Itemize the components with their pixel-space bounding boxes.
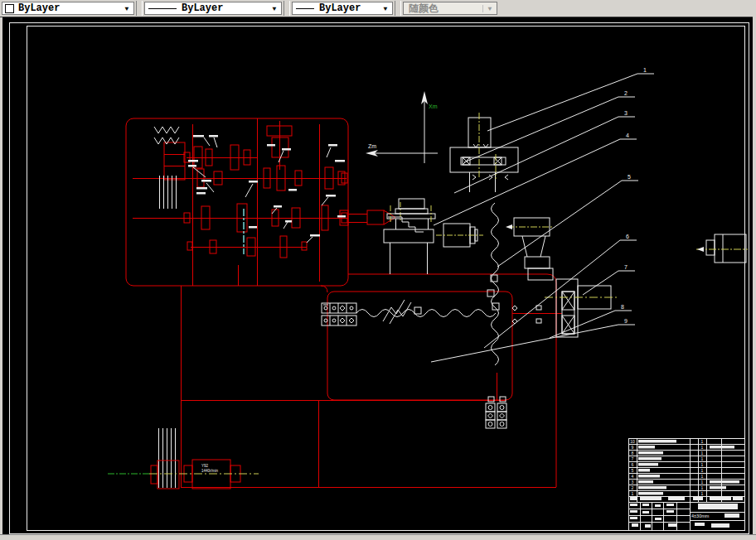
bom-item-number: 1 [632, 491, 634, 496]
tailstock-quill [706, 234, 746, 263]
turret-assembly [450, 118, 518, 192]
plot-style-combobox: 随颜色 ▼ [403, 2, 497, 15]
machine-axis-icon: Xm Zm [366, 91, 438, 163]
leader-numbers: 1 2 3 4 5 6 7 8 9 [621, 67, 647, 324]
plot-style-value: 随颜色 [409, 2, 482, 16]
leader-number: 1 [643, 67, 647, 73]
bom-qty: 1 [701, 491, 704, 496]
bom-item-number: 8 [632, 451, 634, 456]
bom-item-number: 2 [632, 485, 634, 490]
bom-item-number: 10 [630, 439, 635, 444]
bom-item-number: 7 [632, 456, 634, 461]
leader-number: 5 [628, 174, 631, 180]
leader-number: 6 [626, 234, 629, 239]
bom-item-number: 6 [632, 462, 634, 467]
bom-qty: 1 [701, 439, 704, 444]
drive-motor-group: Y92 1440r/min [108, 428, 259, 489]
bom-text-blobs [630, 440, 743, 528]
gearbox-schematic [133, 118, 348, 286]
quill-centerline [696, 247, 748, 252]
motor-model-label: Y92 [201, 464, 209, 468]
bom-qty: 1 [701, 485, 704, 490]
motor-speed-label: 1440r/min [201, 469, 219, 473]
properties-toolbar: ByLayer ▼ ByLayer ▼ ByLayer ▼ 随颜色 ▼ [0, 0, 756, 17]
leader-number: 2 [624, 90, 628, 96]
window-frame-right [753, 0, 756, 540]
leader-number: 3 [624, 110, 628, 116]
linetype-line-icon [148, 8, 177, 9]
toolbar-separator [284, 1, 290, 16]
window-frame-bottom [0, 534, 756, 540]
gearbox-label-leaders [193, 137, 331, 243]
linetype-combobox[interactable]: ByLayer ▼ [144, 2, 282, 15]
bom-qty: 1 [701, 474, 704, 479]
chevron-down-icon[interactable]: ▼ [379, 5, 392, 12]
color-swatch-icon [5, 4, 14, 13]
bearing-assembly [512, 279, 611, 337]
bom-qty: 1 [701, 480, 704, 485]
x-axis-label: Xm [429, 104, 438, 109]
chevron-down-icon: ▼ [482, 5, 497, 12]
lineweight-combobox[interactable]: ByLayer ▼ [292, 2, 393, 15]
bom-item-number: 5 [632, 468, 634, 473]
belt-pulley-detail [154, 127, 179, 209]
bracket-centerline [506, 224, 554, 229]
bom-qty: 1 [701, 468, 704, 473]
color-combobox[interactable]: ByLayer ▼ [2, 2, 134, 15]
leader-number: 4 [626, 133, 629, 138]
bom-item-number: 4 [632, 474, 634, 479]
lineweight-value: ByLayer [319, 2, 379, 14]
bom-item-number: 3 [632, 480, 634, 485]
leader-number: 8 [621, 304, 624, 310]
tolerance-frame-x [322, 303, 356, 325]
toolbar-separator [395, 1, 401, 16]
leader-number: 7 [624, 264, 628, 270]
bom-spec-text: 4±30mm [691, 513, 710, 518]
x-ballscrew [356, 300, 496, 324]
chevron-down-icon[interactable]: ▼ [268, 5, 281, 12]
bom-qty: 1 [701, 445, 704, 450]
workpiece-detail [388, 202, 424, 232]
cross-slide-centerlines [390, 205, 483, 235]
bom-qty: 1 [701, 451, 704, 456]
leader-number: 9 [624, 318, 628, 324]
bom-qty: 1 [701, 456, 704, 461]
drawing-canvas[interactable]: Xm Zm [2, 17, 753, 535]
color-value: ByLayer [18, 2, 120, 14]
bom-table: 10 9 8 7 6 5 4 3 2 1 1 1 1 1 1 1 1 1 1 1 [628, 438, 744, 530]
bom-qty: 1 [701, 462, 704, 467]
sheet-border [9, 22, 749, 533]
tolerance-stack-z [486, 397, 506, 428]
bom-item-number: 9 [632, 445, 634, 450]
lineweight-line-icon [296, 8, 314, 9]
chevron-down-icon[interactable]: ▼ [120, 5, 133, 12]
z-axis-label: Zm [368, 143, 376, 149]
linetype-value: ByLayer [182, 2, 268, 14]
toolbar-separator [136, 1, 143, 16]
